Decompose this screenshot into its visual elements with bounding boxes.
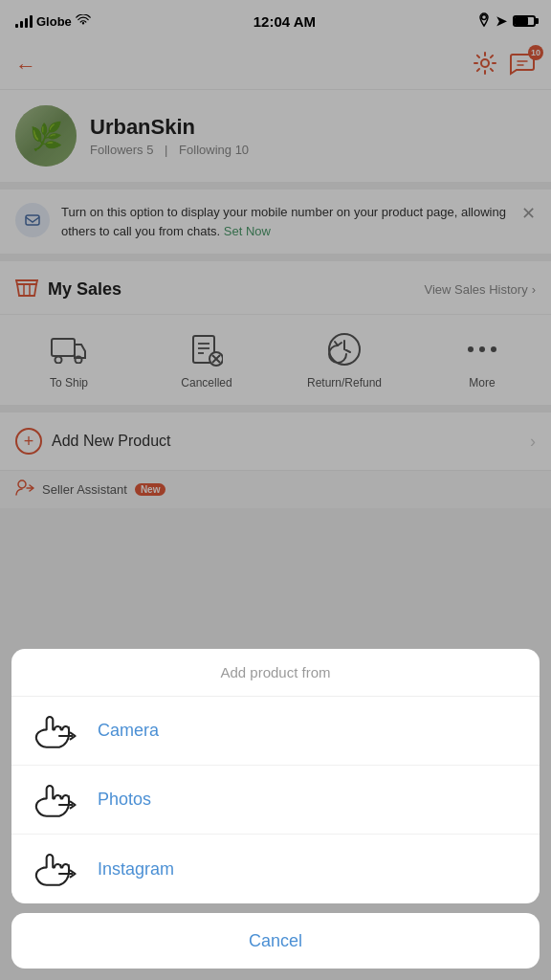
sheet-item-photos[interactable]: Photos	[11, 766, 540, 835]
camera-label: Camera	[98, 721, 159, 741]
photos-hand-icon	[31, 776, 78, 824]
sheet-cancel-button[interactable]: Cancel	[11, 913, 540, 969]
bottom-sheet: Add product from Camera	[0, 649, 551, 980]
camera-hand-icon	[31, 707, 78, 755]
sheet-menu: Add product from Camera	[11, 649, 540, 903]
cancel-label: Cancel	[249, 931, 302, 951]
sheet-item-instagram[interactable]: Instagram	[11, 835, 540, 903]
sheet-header: Add product from	[11, 649, 540, 697]
photos-label: Photos	[98, 790, 151, 810]
instagram-hand-icon	[31, 845, 78, 893]
sheet-item-camera[interactable]: Camera	[11, 697, 540, 766]
instagram-label: Instagram	[98, 859, 174, 880]
